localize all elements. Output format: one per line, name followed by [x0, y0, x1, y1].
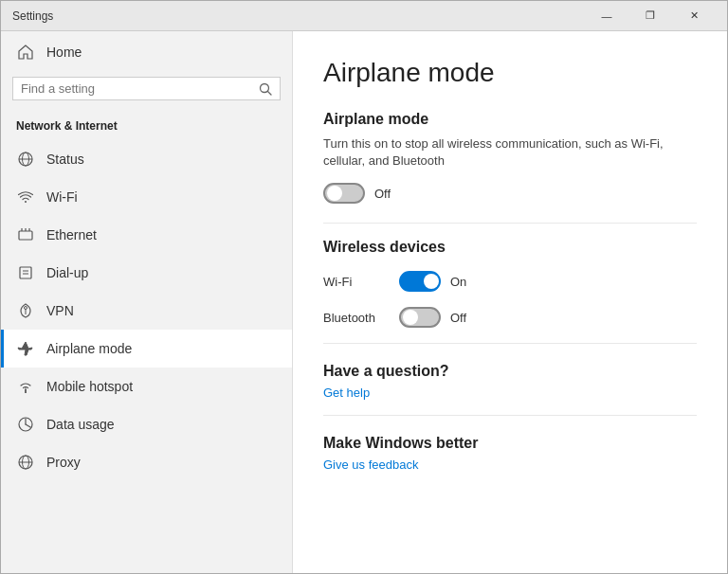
sidebar-item-proxy-label: Proxy	[46, 455, 81, 470]
sidebar-item-ethernet[interactable]: Ethernet	[1, 216, 292, 254]
sidebar-item-datausage[interactable]: Data usage	[1, 405, 292, 443]
search-icon	[259, 82, 272, 96]
search-box	[12, 77, 281, 100]
airplane-mode-toggle-label: Off	[374, 187, 391, 201]
datausage-icon	[16, 415, 35, 434]
airplane-mode-toggle-row: Off	[323, 183, 697, 204]
help-section: Have a question? Get help	[323, 363, 697, 400]
airplane-mode-toggle-thumb	[327, 186, 342, 201]
feedback-link[interactable]: Give us feedback	[323, 457, 697, 472]
bluetooth-device-row: Bluetooth Off	[323, 307, 697, 328]
sidebar-item-dialup[interactable]: Dial-up	[1, 254, 292, 292]
titlebar: Settings — ❐ ✕	[1, 1, 727, 31]
sidebar-item-airplane-label: Airplane mode	[46, 341, 132, 356]
sidebar-item-wifi-label: Wi-Fi	[46, 189, 78, 205]
svg-rect-5	[19, 231, 32, 240]
bluetooth-toggle[interactable]	[399, 307, 441, 328]
sidebar-item-proxy[interactable]: Proxy	[1, 443, 292, 481]
sidebar-item-hotspot-label: Mobile hotspot	[46, 379, 133, 394]
wifi-toggle-label: On	[450, 275, 466, 289]
wifi-device-row: Wi-Fi On	[323, 271, 697, 292]
maximize-button[interactable]: ❐	[628, 1, 672, 31]
sidebar-item-datausage-label: Data usage	[46, 417, 115, 432]
dialup-icon	[16, 263, 35, 282]
sidebar-item-dialup-label: Dial-up	[46, 265, 88, 280]
main-panel: Airplane mode Airplane mode Turn this on…	[293, 31, 727, 573]
sidebar-item-hotspot[interactable]: Mobile hotspot	[1, 368, 292, 405]
divider-1	[323, 223, 697, 224]
divider-3	[323, 415, 697, 416]
feedback-title: Make Windows better	[323, 435, 697, 452]
content-area: Home Network & Internet	[1, 31, 727, 573]
sidebar-item-vpn[interactable]: VPN	[1, 292, 292, 330]
wireless-devices-title: Wireless devices	[323, 239, 697, 256]
wireless-devices-section: Wireless devices Wi-Fi On Bluetooth Off	[323, 239, 697, 328]
wifi-icon	[16, 188, 35, 206]
svg-rect-9	[20, 267, 31, 278]
wifi-toggle-thumb	[424, 274, 439, 289]
ethernet-icon	[16, 225, 35, 244]
sidebar-item-airplane[interactable]: Airplane mode	[1, 330, 292, 368]
airplane-icon	[16, 339, 35, 358]
status-icon	[16, 150, 35, 169]
settings-window: Settings — ❐ ✕ Home	[0, 0, 728, 574]
airplane-mode-description: Turn this on to stop all wireless commun…	[323, 135, 697, 170]
airplane-mode-section-title: Airplane mode	[323, 111, 697, 128]
home-icon	[16, 43, 35, 62]
svg-point-13	[25, 307, 27, 310]
feedback-section: Make Windows better Give us feedback	[323, 435, 697, 472]
sidebar-item-vpn-label: VPN	[46, 303, 74, 318]
sidebar-item-ethernet-label: Ethernet	[46, 227, 97, 242]
sidebar-item-status[interactable]: Status	[1, 140, 292, 178]
minimize-button[interactable]: —	[585, 1, 628, 31]
svg-line-1	[268, 91, 272, 95]
vpn-icon	[16, 301, 35, 320]
network-section-title: Network & Internet	[1, 112, 292, 140]
bluetooth-device-name: Bluetooth	[323, 311, 390, 325]
divider-2	[323, 343, 697, 344]
wifi-device-name: Wi-Fi	[323, 275, 390, 289]
titlebar-title: Settings	[12, 9, 585, 23]
get-help-link[interactable]: Get help	[323, 386, 697, 400]
sidebar: Home Network & Internet	[1, 31, 293, 573]
hotspot-icon	[16, 377, 35, 396]
bluetooth-toggle-label: Off	[450, 311, 466, 325]
sidebar-item-status-label: Status	[46, 152, 84, 167]
titlebar-controls: — ❐ ✕	[585, 1, 716, 31]
sidebar-item-wifi[interactable]: Wi-Fi	[1, 178, 292, 216]
airplane-mode-toggle[interactable]	[323, 183, 365, 204]
help-title: Have a question?	[323, 363, 697, 380]
search-input[interactable]	[21, 81, 253, 96]
sidebar-item-home[interactable]: Home	[1, 31, 292, 73]
home-label: Home	[46, 45, 82, 60]
wifi-toggle[interactable]	[399, 271, 441, 292]
close-button[interactable]: ✕	[672, 1, 716, 31]
proxy-icon	[16, 453, 35, 472]
bluetooth-toggle-thumb	[403, 310, 418, 325]
page-title: Airplane mode	[323, 58, 697, 88]
